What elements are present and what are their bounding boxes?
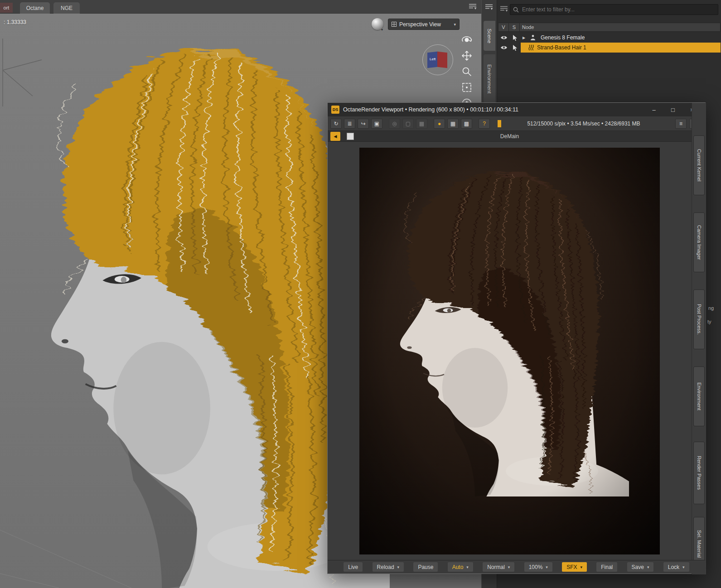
button-label: SFX — [566, 564, 577, 570]
expander-icon[interactable]: ▶ — [521, 36, 527, 40]
grid-view-icon — [392, 22, 397, 27]
button-label: Pause — [418, 564, 433, 570]
focus-target-icon[interactable]: ◎ — [389, 119, 400, 129]
button-label: Lock — [668, 564, 679, 570]
orbit-camera-icon[interactable] — [460, 34, 473, 46]
node-label[interactable]: Strand-Based Hair 1 — [537, 44, 586, 51]
button-label: Reload — [377, 564, 394, 570]
pan-camera-icon[interactable] — [460, 49, 473, 62]
render-target-label: DeMain — [328, 131, 692, 142]
tab-current-kernel[interactable]: Current Kernel — [693, 135, 705, 195]
auto-button[interactable]: Auto▾ — [448, 562, 473, 572]
lock-button[interactable]: Lock▾ — [663, 562, 689, 572]
chevron-down-icon[interactable]: ▾ — [647, 565, 649, 569]
octane-toolbar: ↻ ≣ ↪ ▣ ◎ ▢ ▦ ● ▦ ▩ ? 512/15000 s/pix • … — [328, 116, 705, 131]
tab-scene[interactable]: Scene — [484, 21, 495, 51]
normal-button[interactable]: Normal▾ — [483, 562, 514, 572]
scene-node-genesis[interactable]: ▶ Genesis 8 Female — [498, 33, 721, 43]
tab-render-passes[interactable]: Render Passes — [693, 442, 705, 504]
tab-post-process[interactable]: Post Process. — [693, 289, 705, 349]
view-selector-dropdown[interactable]: Perspective View ▾ — [388, 19, 460, 30]
image-output-icon[interactable]: ▩ — [461, 119, 472, 129]
fit-view-icon[interactable]: ▣ — [371, 119, 382, 129]
frame-selection-icon[interactable] — [460, 81, 473, 94]
final-button[interactable]: Final — [596, 562, 617, 572]
button-label: Normal — [487, 564, 505, 570]
tab-octane[interactable]: Octane — [20, 2, 50, 14]
tab-environment[interactable]: Environment — [693, 366, 705, 426]
clipped-label-ty: ty — [707, 319, 711, 324]
reload-button[interactable]: Reload▾ — [373, 562, 404, 572]
scene-node-hair[interactable]: Strand-Based Hair 1 — [498, 43, 721, 53]
visibility-eye-icon[interactable] — [499, 35, 509, 40]
dock-pane-icon[interactable] — [485, 4, 493, 12]
render-viewport-area — [328, 142, 692, 561]
window-title: OctaneRender Viewport • Rendering (600 x… — [343, 106, 518, 113]
render-region-icon[interactable]: ▢ — [402, 119, 414, 129]
chevron-down-icon[interactable]: ▾ — [508, 565, 510, 569]
progress-indicator — [498, 120, 501, 127]
tab-camera-imager[interactable]: Camera Imager — [693, 212, 705, 272]
chevron-down-icon[interactable]: ▾ — [466, 565, 469, 569]
channels-icon[interactable]: ≣ — [344, 119, 355, 129]
scene-filter-input[interactable] — [521, 6, 715, 13]
visibility-eye-icon[interactable] — [499, 45, 509, 50]
search-icon — [513, 7, 519, 13]
grid-icon[interactable]: ▦ — [447, 119, 459, 129]
chevron-down-icon[interactable]: ▾ — [580, 565, 582, 569]
view-navigation-cube[interactable]: Left — [421, 43, 454, 76]
sfx-button[interactable]: SFX▾ — [562, 562, 587, 572]
viewport-floor-lines — [0, 530, 131, 588]
back-button[interactable]: ◀ — [330, 132, 340, 141]
live-button[interactable]: Live — [344, 562, 363, 572]
octane-render-image — [359, 148, 660, 554]
node-label[interactable]: Genesis 8 Female — [541, 34, 585, 41]
render-priority-icon[interactable]: ● — [434, 119, 445, 129]
panel-options-icon[interactable] — [500, 5, 508, 14]
octane-bottom-toolbar: Live Reload▾ Pause Auto▾ Normal▾ 100%▾ S… — [328, 560, 705, 574]
column-node[interactable]: Node — [520, 23, 721, 32]
maximize-button[interactable]: □ — [663, 103, 682, 116]
minimize-button[interactable]: – — [644, 103, 663, 116]
zoom-camera-icon[interactable] — [460, 65, 473, 78]
button-label: Final — [601, 564, 613, 570]
trackball-dropdown-icon[interactable]: ▾ — [381, 28, 383, 32]
render-target-swatch[interactable] — [347, 133, 354, 140]
aspect-ratio-label: : 1.33333 — [4, 19, 26, 25]
tab-environment[interactable]: Environment — [484, 54, 495, 103]
zoom-level-button[interactable]: 100%▾ — [524, 562, 552, 572]
viewport-tools — [460, 34, 473, 110]
save-button[interactable]: Save▾ — [627, 562, 654, 572]
pane-menu-icon[interactable] — [469, 3, 477, 11]
button-label: Save — [632, 564, 644, 570]
selectable-cursor-icon[interactable] — [510, 34, 520, 41]
viewport-tab-bar: ort Octane NGE — [0, 0, 481, 14]
pause-button[interactable]: Pause — [413, 562, 438, 572]
render-status-text: 512/15000 s/pix • 3.54 Ms/sec • 2428/693… — [509, 116, 658, 131]
send-scene-icon[interactable]: ↪ — [358, 119, 369, 129]
app-root: : 1.33333 ▾ Perspective View ▾ Left — [0, 0, 721, 588]
log-list-icon[interactable]: ≡ — [675, 119, 687, 129]
window-titlebar[interactable]: DS OctaneRender Viewport • Rendering (60… — [328, 103, 705, 116]
refresh-icon[interactable]: ↻ — [330, 119, 342, 129]
chevron-down-icon[interactable]: ▾ — [546, 565, 548, 569]
column-visible[interactable]: V — [498, 23, 509, 32]
selected-node-highlight[interactable]: Strand-Based Hair 1 — [521, 43, 721, 53]
selectable-cursor-icon[interactable] — [510, 44, 520, 51]
button-label: Live — [348, 564, 358, 570]
tab-nge[interactable]: NGE — [53, 2, 80, 14]
button-label: Auto — [452, 564, 464, 570]
chevron-down-icon[interactable]: ▾ — [682, 565, 685, 569]
viewport-axis-lines — [3, 39, 42, 106]
column-selectable[interactable]: S — [509, 23, 520, 32]
navcube-right-face — [437, 52, 447, 68]
app-icon: DS — [331, 106, 339, 114]
subsample-icon[interactable]: ▦ — [416, 119, 427, 129]
help-icon[interactable]: ? — [479, 119, 490, 129]
view-selector-label: Perspective View — [399, 21, 441, 28]
hair-node-icon — [528, 44, 534, 51]
chevron-down-icon[interactable]: ▾ — [397, 565, 400, 569]
scene-filter-box — [510, 4, 718, 15]
tab-partial[interactable]: ort — [0, 3, 13, 13]
button-label: 100% — [529, 564, 543, 570]
